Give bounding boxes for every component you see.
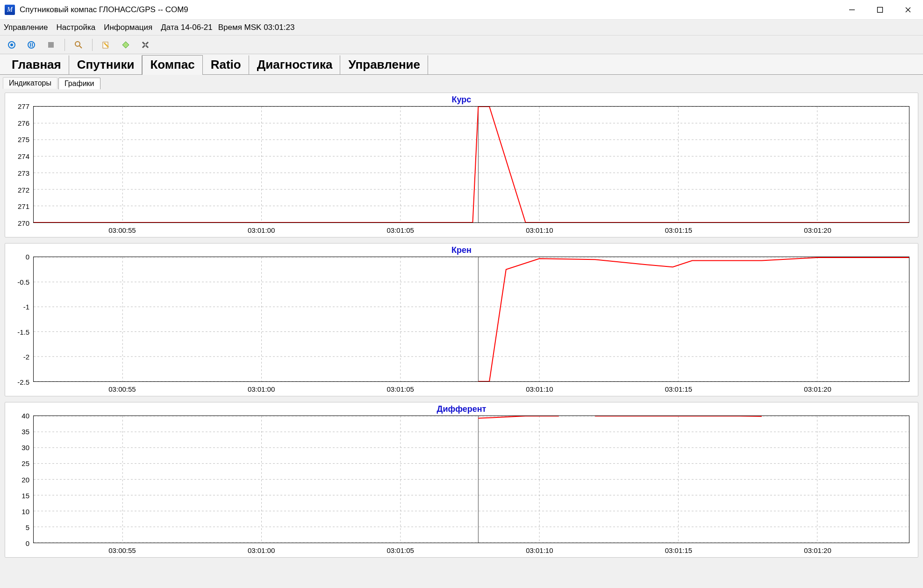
x-tick: 03:01:10	[526, 546, 553, 554]
toolbar-separator	[92, 39, 93, 51]
edit-button[interactable]	[97, 38, 115, 52]
x-tick: 03:00:55	[108, 546, 136, 554]
y-tick: 273	[18, 169, 29, 177]
toolbar	[0, 36, 923, 54]
svg-rect-8	[32, 43, 33, 47]
y-axis: 0510152025303540	[12, 416, 30, 543]
x-axis: 03:00:5503:01:0003:01:0503:01:1003:01:15…	[33, 544, 909, 554]
x-tick: 03:01:10	[526, 226, 553, 234]
main-tab-2[interactable]: Компас	[142, 55, 202, 75]
x-tick: 03:01:05	[387, 546, 414, 554]
y-tick: 272	[18, 186, 29, 194]
y-tick: -2	[23, 353, 29, 361]
x-tick: 03:01:15	[665, 546, 692, 554]
y-tick: 15	[21, 491, 29, 499]
plot-area[interactable]: -2.5-2-1.5-1-0.5003:00:5503:01:0003:01:0…	[33, 257, 909, 393]
y-tick: -1	[23, 303, 29, 311]
chart-title: Крен	[9, 245, 914, 257]
chart-title: Курс	[9, 95, 914, 106]
main-tab-3[interactable]: Ratio	[203, 55, 249, 75]
main-tabs: ГлавнаяСпутникиКомпасRatioДиагностикаУпр…	[0, 54, 923, 75]
titlebar: Спутниковый компас ГЛОНАСС/GPS -- COM9	[0, 0, 923, 20]
plot[interactable]	[33, 106, 909, 223]
y-tick: 277	[18, 102, 29, 110]
x-tick: 03:01:00	[248, 226, 275, 234]
y-tick: -1.5	[17, 328, 29, 336]
tools-button[interactable]	[136, 38, 154, 52]
y-tick: -2.5	[17, 378, 29, 386]
sub-tab-1[interactable]: Графики	[58, 78, 100, 89]
svg-line-11	[79, 46, 82, 48]
maximize-button[interactable]	[866, 0, 894, 20]
svg-point-6	[28, 42, 35, 48]
window-title: Спутниковый компас ГЛОНАСС/GPS -- COM9	[20, 5, 838, 14]
chart-panel-1: Крен-2.5-2-1.5-1-0.5003:00:5503:01:0003:…	[5, 243, 918, 396]
menu-item-manage[interactable]: Управление	[4, 23, 48, 32]
app-icon	[5, 5, 15, 15]
svg-rect-7	[30, 43, 31, 47]
main-tab-1[interactable]: Спутники	[69, 55, 143, 75]
sub-tabs: ИндикаторыГрафики	[0, 75, 923, 89]
y-axis: 270271272273274275276277	[12, 106, 30, 223]
x-tick: 03:00:55	[108, 385, 136, 393]
y-tick: 10	[21, 507, 29, 515]
menu-item-settings[interactable]: Настройка	[57, 23, 96, 32]
x-tick: 03:01:15	[665, 226, 692, 234]
menubar: Управление Настройка Информация Дата 14-…	[0, 20, 923, 36]
x-tick: 03:00:55	[108, 226, 136, 234]
y-tick: 5	[26, 523, 29, 531]
charts-area: Курс27027127227327427527627703:00:5503:0…	[0, 89, 923, 588]
y-tick: 274	[18, 152, 29, 160]
x-tick: 03:01:20	[804, 385, 831, 393]
y-tick: 270	[18, 219, 29, 227]
x-axis: 03:00:5503:01:0003:01:0503:01:1003:01:15…	[33, 224, 909, 234]
y-tick: 0	[26, 253, 29, 261]
plot[interactable]	[33, 257, 909, 382]
y-tick: 271	[18, 202, 29, 210]
toolbar-separator	[64, 39, 65, 51]
x-tick: 03:01:05	[387, 226, 414, 234]
y-tick: 275	[18, 136, 29, 143]
y-tick: 20	[21, 475, 29, 483]
svg-rect-9	[48, 42, 54, 48]
pause-button[interactable]	[22, 38, 40, 52]
y-tick: 35	[21, 428, 29, 436]
svg-point-5	[10, 43, 13, 46]
y-axis: -2.5-2-1.5-1-0.50	[12, 257, 30, 382]
plot[interactable]	[33, 416, 909, 543]
x-tick: 03:01:00	[248, 546, 275, 554]
x-tick: 03:01:05	[387, 385, 414, 393]
play-button[interactable]	[3, 38, 21, 52]
svg-point-10	[75, 42, 80, 46]
svg-rect-1	[878, 7, 883, 12]
close-button[interactable]	[894, 0, 922, 20]
x-tick: 03:01:20	[804, 546, 831, 554]
menu-date: Дата 14-06-21	[161, 23, 212, 32]
main-tab-4[interactable]: Диагностика	[249, 55, 341, 75]
chart-title: Дифферент	[9, 404, 914, 416]
y-tick: 25	[21, 459, 29, 467]
stop-button[interactable]	[42, 38, 60, 52]
chart-panel-2: Дифферент051015202530354003:00:5503:01:0…	[5, 402, 918, 558]
chart-panel-0: Курс27027127227327427527627703:00:5503:0…	[5, 93, 918, 237]
menu-time: Время MSK 03:01:23	[218, 23, 295, 32]
x-tick: 03:01:00	[248, 385, 275, 393]
minimize-button[interactable]	[838, 0, 866, 20]
y-tick: 276	[18, 119, 29, 127]
zoom-button[interactable]	[70, 38, 87, 52]
info-button[interactable]	[117, 38, 135, 52]
main-tab-5[interactable]: Управление	[340, 55, 428, 75]
plot-area[interactable]: 051015202530354003:00:5503:01:0003:01:05…	[33, 416, 909, 554]
y-tick: -0.5	[17, 278, 29, 286]
plot-area[interactable]: 27027127227327427527627703:00:5503:01:00…	[33, 106, 909, 234]
menu-item-info[interactable]: Информация	[104, 23, 152, 32]
y-tick: 0	[26, 539, 29, 547]
sub-tab-0[interactable]: Индикаторы	[3, 77, 57, 89]
y-tick: 40	[21, 412, 29, 420]
x-tick: 03:01:10	[526, 385, 553, 393]
y-tick: 30	[21, 444, 29, 452]
x-axis: 03:00:5503:01:0003:01:0503:01:1003:01:15…	[33, 383, 909, 393]
x-tick: 03:01:15	[665, 385, 692, 393]
main-tab-0[interactable]: Главная	[4, 55, 69, 75]
x-tick: 03:01:20	[804, 226, 831, 234]
